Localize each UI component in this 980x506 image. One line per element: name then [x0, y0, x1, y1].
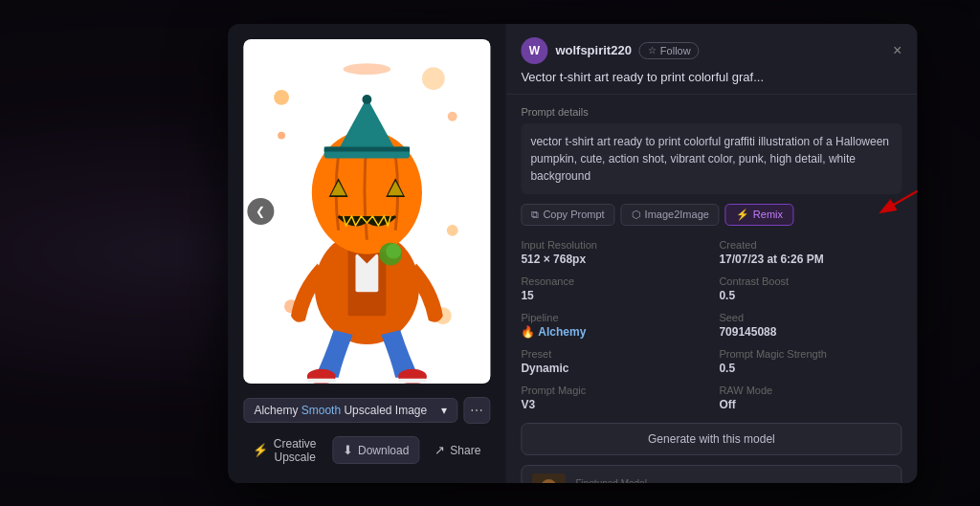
prompt-section-label: Prompt details — [521, 106, 902, 118]
remix-button[interactable]: ⚡ Remix — [725, 204, 793, 226]
panel-header: W wolfspirit220 ☆ Follow × Vector t-shir… — [505, 24, 917, 95]
header-actions: × — [893, 43, 902, 58]
chevron-down-icon: ▾ — [441, 404, 447, 417]
svg-rect-22 — [324, 146, 410, 151]
svg-point-6 — [344, 63, 391, 75]
meta-created: Created 17/07/23 at 6:26 PM — [719, 239, 902, 266]
image-detail-modal: ❮ — [228, 24, 917, 483]
finetuned-label: Finetuned Model — [575, 478, 868, 483]
meta-raw-mode: RAW Mode Off — [719, 385, 902, 411]
image2image-button[interactable]: ⬡ Image2Image — [621, 204, 720, 226]
panel-content: Prompt details vector t-shirt art ready … — [505, 95, 917, 483]
image-bottom-bar: Alchemy Smooth Upscaled Image ▾ ⋯ ⚡ Crea… — [243, 397, 490, 470]
left-panel: ❮ — [228, 24, 505, 483]
copy-prompt-button[interactable]: ⧉ Copy Prompt — [521, 204, 614, 226]
remix-icon: ⚡ — [736, 209, 749, 221]
download-button[interactable]: ⬇ Download — [332, 436, 419, 464]
prompt-actions: ⧉ Copy Prompt ⬡ Image2Image ⚡ Remix — [521, 204, 902, 226]
artwork-image — [243, 39, 490, 384]
pipeline-icon: 🔥 — [521, 325, 538, 339]
image2image-icon: ⬡ — [632, 209, 641, 221]
svg-point-27 — [447, 224, 458, 235]
image-style-dropdown[interactable]: Alchemy Smooth Upscaled Image ▾ — [243, 398, 457, 423]
share-icon: ↗ — [434, 443, 445, 457]
user-row: W wolfspirit220 ☆ Follow × — [521, 37, 902, 64]
panel-title: Vector t-shirt art ready to print colorf… — [521, 70, 902, 84]
meta-prompt-magic: Prompt Magic V3 — [521, 385, 703, 411]
finetuned-info: Finetuned Model Leonardo Diffusion — [575, 478, 868, 483]
right-panel: W wolfspirit220 ☆ Follow × Vector t-shir… — [505, 24, 917, 483]
meta-prompt-magic-strength: Prompt Magic Strength 0.5 — [719, 348, 902, 375]
avatar: W — [521, 37, 547, 64]
star-icon: ☆ — [648, 45, 657, 55]
metadata-grid: Input Resolution 512 × 768px Created 17/… — [521, 239, 902, 411]
svg-point-26 — [278, 131, 285, 139]
dropdown-row: Alchemy Smooth Upscaled Image ▾ ⋯ — [243, 397, 490, 424]
prompt-text: vector t-shirt art ready to print colorf… — [521, 123, 902, 194]
prev-image-button[interactable]: ❮ — [247, 198, 274, 225]
user-info: W wolfspirit220 ☆ Follow — [521, 37, 699, 64]
dropdown-label: Alchemy Smooth Upscaled Image — [254, 404, 427, 417]
share-button[interactable]: ↗ Share — [425, 437, 490, 463]
meta-resonance: Resonance 15 — [521, 275, 703, 302]
finetuned-model-thumbnail — [531, 473, 566, 483]
meta-preset: Preset Dynamic — [521, 348, 703, 375]
generate-button[interactable]: Generate with this model — [521, 423, 902, 455]
copy-icon: ⧉ — [531, 209, 539, 221]
svg-point-2 — [448, 111, 457, 121]
meta-pipeline: Pipeline 🔥 Alchemy — [521, 312, 703, 339]
svg-point-1 — [274, 89, 289, 104]
close-button[interactable]: × — [893, 43, 902, 58]
creative-upscale-button[interactable]: ⚡ Creative Upscale — [243, 431, 326, 470]
finetuned-model-row[interactable]: Finetuned Model Leonardo Diffusion → — [521, 465, 902, 483]
meta-seed: Seed 709145088 — [719, 312, 902, 339]
username: wolfspirit220 — [555, 43, 631, 57]
meta-input-resolution: Input Resolution 512 × 768px — [521, 239, 703, 266]
svg-rect-14 — [398, 378, 427, 383]
more-options-button[interactable]: ⋯ — [463, 397, 490, 424]
image-container: ❮ — [243, 39, 490, 384]
svg-point-3 — [422, 67, 445, 90]
svg-point-23 — [362, 94, 371, 103]
download-icon: ⬇ — [343, 443, 353, 457]
action-row: ⚡ Creative Upscale ⬇ Download ↗ Share — [243, 431, 490, 470]
follow-button[interactable]: ☆ Follow — [639, 42, 700, 59]
svg-point-25 — [386, 243, 401, 258]
meta-contrast-boost: Contrast Boost 0.5 — [719, 275, 902, 302]
svg-rect-13 — [307, 378, 336, 383]
upscale-icon: ⚡ — [253, 443, 268, 457]
